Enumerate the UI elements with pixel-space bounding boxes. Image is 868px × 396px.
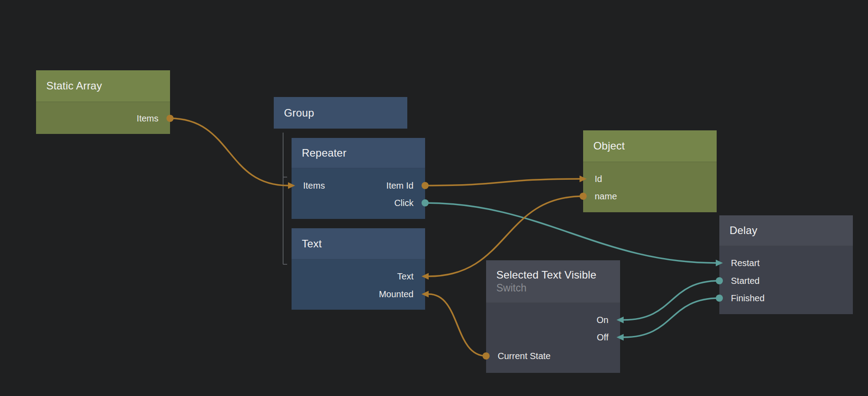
port-object-name[interactable]: name — [595, 190, 617, 203]
port-repeater-click[interactable]: Click — [394, 196, 414, 210]
node-title: Object — [593, 140, 717, 152]
node-title: Selected Text Visible — [496, 269, 620, 281]
node-title: Group — [284, 107, 407, 119]
port-delay-finished[interactable]: Finished — [731, 291, 765, 305]
port-delay-started[interactable]: Started — [731, 274, 759, 287]
node-repeater[interactable]: RepeaterItemsItem IdClick — [292, 138, 425, 219]
port-switch-off[interactable]: Off — [597, 331, 608, 344]
port-repeater-items[interactable]: Items — [303, 179, 325, 192]
wire-delay.started-to-switch.on[interactable] — [624, 281, 719, 320]
port-repeater-item-id[interactable]: Item Id — [386, 179, 414, 192]
node-title: Static Array — [46, 80, 170, 92]
port-object-id[interactable]: Id — [595, 172, 602, 186]
port-text-text[interactable]: Text — [397, 270, 414, 283]
node-delay[interactable]: DelayRestartStartedFinished — [719, 215, 853, 314]
node-text[interactable]: TextTextMounted — [292, 228, 425, 310]
node-canvas[interactable]: Static ArrayItemsGroupRepeaterItemsItem … — [0, 0, 868, 396]
port-switch-on[interactable]: On — [596, 313, 608, 327]
node-switch[interactable]: Selected Text VisibleSwitchOnOffCurrent … — [486, 260, 620, 373]
port-delay-restart[interactable]: Restart — [731, 256, 759, 270]
node-header-switch[interactable]: Selected Text VisibleSwitch — [486, 260, 620, 303]
node-header-text[interactable]: Text — [292, 228, 425, 260]
wire-delay.finished-to-switch.off[interactable] — [624, 298, 719, 337]
port-static-array-items[interactable]: Items — [137, 112, 158, 125]
wire-repeater.item-id-to-object.id[interactable] — [425, 179, 580, 186]
node-header-object[interactable]: Object — [583, 130, 717, 162]
port-switch-current-state[interactable]: Current State — [498, 349, 551, 363]
node-object[interactable]: ObjectIdname — [583, 130, 717, 212]
port-text-mounted[interactable]: Mounted — [379, 287, 414, 301]
node-header-repeater[interactable]: Repeater — [292, 138, 425, 169]
node-header-delay[interactable]: Delay — [719, 215, 853, 246]
node-title: Repeater — [302, 147, 425, 159]
node-static-array[interactable]: Static ArrayItems — [36, 70, 170, 134]
node-title: Delay — [730, 224, 853, 237]
node-group[interactable]: Group — [274, 97, 407, 129]
node-subtitle: Switch — [496, 282, 620, 294]
node-header-static-array[interactable]: Static Array — [36, 70, 170, 102]
wire-layer — [0, 0, 868, 396]
wire-switch.current-state-to-text.mounted[interactable] — [429, 294, 486, 356]
node-title: Text — [302, 238, 425, 250]
node-header-group[interactable]: Group — [274, 97, 407, 129]
wire-static-array.items-to-repeater.items[interactable] — [170, 118, 288, 186]
